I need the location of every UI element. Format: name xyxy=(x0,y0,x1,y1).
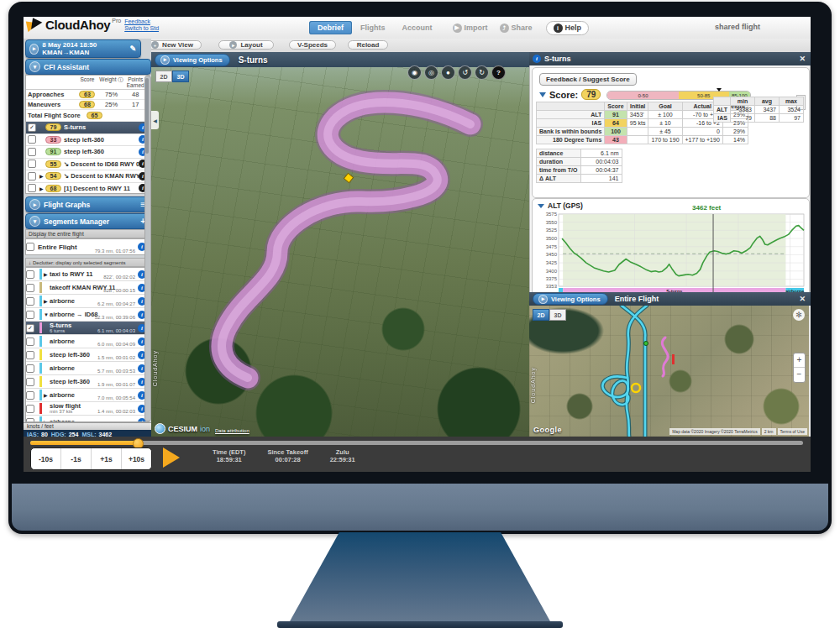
expand-icon[interactable]: ▶ xyxy=(39,186,45,191)
btn-3d[interactable]: 3D xyxy=(549,309,566,321)
segment-checkbox[interactable]: ✓ xyxy=(26,324,34,332)
feedback-suggest-button[interactable]: Feedback / Suggest Score xyxy=(539,73,637,86)
segment-row[interactable]: ▶airborne7.0 nm, 00:05:54i xyxy=(26,389,149,402)
skip-button[interactable]: +1s xyxy=(92,448,122,469)
expand-icon[interactable]: ▶ xyxy=(44,298,50,304)
maneuver-checkbox[interactable] xyxy=(28,160,36,168)
maneuver-checkbox[interactable] xyxy=(28,148,36,156)
cfi-assistant-header[interactable]: ▾ CFI Assistant xyxy=(25,59,151,75)
import-button[interactable]: ▶Import xyxy=(453,24,488,33)
maneuver-checkbox[interactable]: ✓ xyxy=(28,123,36,132)
data-attribution-link[interactable]: Data attribution xyxy=(215,428,249,433)
help-button[interactable]: iHelp xyxy=(546,21,590,35)
alt-graph-card: ALT (GPS) 3462 feet 35753550352535003475… xyxy=(532,198,810,304)
segment-checkbox[interactable] xyxy=(26,391,34,400)
segment-row[interactable]: slow flightmin 37 kts1.4 nm, 00:02:03i xyxy=(26,402,149,416)
viewing-options-button[interactable]: ▸ Viewing Options xyxy=(533,293,608,305)
segment-checkbox[interactable] xyxy=(26,338,34,346)
map-3d-view[interactable]: ▸ Viewing Options S-turns 2D 3D ◉◎●↺↻? ◀… xyxy=(151,52,529,437)
new-view-button[interactable]: +New View xyxy=(143,40,202,50)
sidebar-collapse-handle[interactable]: ◀ xyxy=(151,111,159,129)
segment-checkbox[interactable] xyxy=(26,311,34,319)
segment-checkbox[interactable] xyxy=(26,378,34,386)
map-zoom-control[interactable]: + − xyxy=(793,353,806,383)
map-help-icon[interactable]: ? xyxy=(491,65,506,80)
segment-checkbox[interactable] xyxy=(26,284,34,292)
edit-pencil-icon[interactable]: ✎ xyxy=(129,44,136,53)
close-icon[interactable]: ✕ xyxy=(799,295,806,303)
segment-checkbox[interactable] xyxy=(26,351,34,359)
segment-row[interactable]: ✓S-turns6 turns6.1 nm, 00:04:03i xyxy=(26,322,149,335)
zoom-out-button[interactable]: − xyxy=(794,368,805,381)
view-control-icon-3[interactable]: ↺ xyxy=(458,65,472,80)
expand-icon[interactable]: ▶ xyxy=(44,392,50,398)
layout-button[interactable]: ▸Layout xyxy=(218,40,274,50)
expand-icon[interactable]: ▼ xyxy=(44,312,50,317)
feedback-link[interactable]: Feedback xyxy=(124,18,159,25)
declutter-strip[interactable]: ↓Declutter: display only selected segmen… xyxy=(25,258,150,267)
maneuver-row[interactable]: 33steep left-360i xyxy=(26,134,149,147)
reload-button[interactable]: Reload xyxy=(348,40,388,50)
view-control-icon-2[interactable]: ● xyxy=(441,65,455,80)
btn-2d[interactable]: 2D xyxy=(155,71,172,82)
segment-row[interactable]: takeoff KMAN RWY 11828', 00:00:15i xyxy=(26,281,149,295)
share-button[interactable]: ⤴Share xyxy=(500,24,533,33)
close-icon[interactable]: ✕ xyxy=(799,55,806,63)
segment-row[interactable]: ▶airborne11.2 nm, 00:08:34i xyxy=(26,416,149,422)
alt-chart[interactable]: 3575355035253500347534503425340033753353… xyxy=(533,212,808,301)
alt-graph-header[interactable]: ALT (GPS) xyxy=(533,199,809,210)
expand-icon[interactable]: ▶ xyxy=(39,173,45,179)
segment-row[interactable]: ▶airborne6.2 nm, 00:04:27i xyxy=(26,295,149,308)
minmax-header xyxy=(713,97,730,106)
segment-checkbox[interactable] xyxy=(26,297,34,306)
maneuver-row[interactable]: ▶68[1] Descent to RWY 11i xyxy=(26,183,149,195)
map-2d-view[interactable]: 2D 3D ✻ + − CloudAhoy Google Map data ©2… xyxy=(529,306,809,437)
maneuver-row[interactable]: 55↘ Descent to ID68 RWY 07i xyxy=(26,159,149,171)
maneuver-row[interactable]: 91steep left-360i xyxy=(26,146,149,159)
skip-button[interactable]: -10s xyxy=(31,448,61,469)
view-control-icon-4[interactable]: ↻ xyxy=(475,65,489,80)
entire-flight-checkbox[interactable] xyxy=(26,243,34,251)
skip-button[interactable]: +10s xyxy=(122,448,151,469)
maneuver-checkbox[interactable] xyxy=(28,184,36,192)
v-speeds-button[interactable]: V-Speeds xyxy=(289,40,336,50)
view-control-icon-0[interactable]: ◉ xyxy=(407,65,422,80)
btn-3d[interactable]: 3D xyxy=(172,71,189,82)
entire-flight-row[interactable]: Entire Flight 79.3 nm, 01:07:56 i xyxy=(25,238,150,255)
gear-icon[interactable]: ✻ xyxy=(793,309,805,321)
flight-graphs-header[interactable]: ▸ Flight Graphs ≡ xyxy=(25,196,151,212)
segment-checkbox[interactable] xyxy=(26,364,34,373)
flight-header[interactable]: ▸ 8 May 2014 18:50 KMAN→KMAN ✎ xyxy=(25,39,141,58)
viewing-options-button[interactable]: ▸ Viewing Options xyxy=(155,54,230,66)
maneuver-checkbox[interactable] xyxy=(28,135,36,144)
maneuver-row[interactable]: ▶54↘ Descent to KMAN RWY 11i xyxy=(26,170,149,183)
sidebar-scrollbar[interactable] xyxy=(144,76,151,421)
maneuver-row[interactable]: ✓79S-turnsi xyxy=(26,122,149,134)
segment-row[interactable]: steep left-3601.9 nm, 00:01:07i xyxy=(26,375,149,389)
info-icon[interactable]: i xyxy=(533,55,541,63)
timeline-slider[interactable] xyxy=(30,441,803,445)
segment-row[interactable]: steep left-3601.5 nm, 00:01:02i xyxy=(26,348,149,362)
segment-row[interactable]: airborne5.7 nm, 00:03:53i xyxy=(26,362,149,375)
view-control-icon-1[interactable]: ◎ xyxy=(424,65,438,80)
btn-2d[interactable]: 2D xyxy=(533,309,549,321)
segments-manager-header[interactable]: ▾ Segments Manager + xyxy=(25,213,151,229)
expand-icon[interactable]: ▶ xyxy=(44,271,50,277)
play-button[interactable] xyxy=(163,447,180,468)
tab-account[interactable]: Account xyxy=(394,21,441,34)
segment-checkbox[interactable] xyxy=(26,270,34,279)
switch-std-link[interactable]: Switch to Std xyxy=(124,25,159,32)
collapse-triangle-icon[interactable] xyxy=(539,92,546,97)
segment-checkbox[interactable] xyxy=(26,405,34,413)
skip-button[interactable]: -1s xyxy=(61,448,92,469)
zoom-in-button[interactable]: + xyxy=(794,353,805,368)
help-icon: i xyxy=(554,24,563,33)
segment-row[interactable]: ▶taxi to RWY 11822', 00:02:02i xyxy=(26,268,149,281)
tab-flights[interactable]: Flights xyxy=(352,21,394,34)
tab-debrief[interactable]: Debrief xyxy=(309,21,352,34)
segment-row[interactable]: airborne6.0 nm, 00:04:09i xyxy=(26,335,149,348)
terms-link[interactable]: Terms of Use xyxy=(778,428,807,435)
maneuver-checkbox[interactable] xyxy=(28,172,36,181)
score-badge: 54 xyxy=(45,172,61,180)
segment-row[interactable]: ▼airborne → ID6852.3 nm, 00:39:06i xyxy=(26,308,149,322)
